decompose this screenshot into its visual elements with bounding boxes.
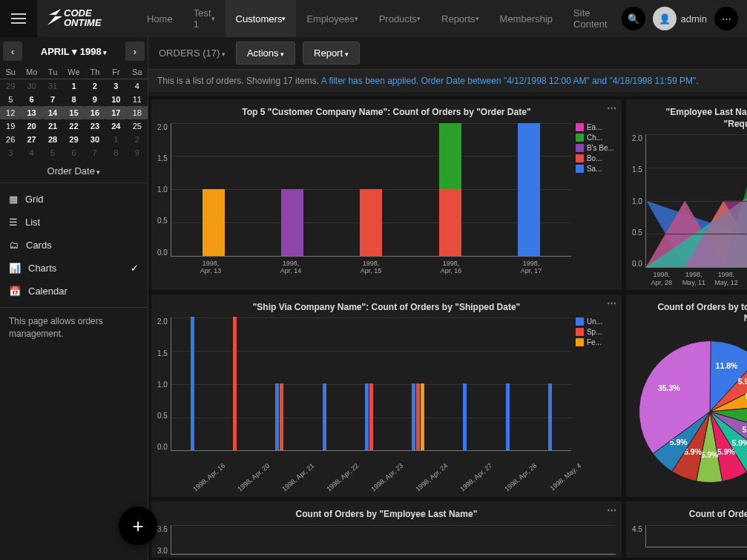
calendar-day[interactable]: 1 xyxy=(63,79,84,93)
bar[interactable] xyxy=(421,383,424,450)
legend-item[interactable]: Ch... xyxy=(576,134,616,142)
nav-item-home[interactable]: Home xyxy=(136,0,183,37)
more-button[interactable]: ⋯ xyxy=(714,7,738,30)
calendar-day[interactable]: 27 xyxy=(21,133,42,146)
calendar-day[interactable]: 16 xyxy=(85,106,105,119)
calendar-next-button[interactable]: › xyxy=(125,42,145,61)
calendar-day[interactable]: 4 xyxy=(127,79,148,93)
bar[interactable] xyxy=(280,383,283,450)
nav-item-employees[interactable]: Employees xyxy=(296,0,368,37)
calendar-day[interactable]: 23 xyxy=(85,119,105,133)
legend-item[interactable]: Un... xyxy=(576,317,616,326)
calendar-day[interactable]: 6 xyxy=(21,93,42,106)
bar[interactable] xyxy=(281,189,303,256)
calendar-day[interactable]: 11 xyxy=(127,93,148,106)
chart-menu-button[interactable]: ⋯ xyxy=(607,297,617,309)
fab-add-button[interactable]: + xyxy=(119,507,157,545)
view-item-list[interactable]: ☰List xyxy=(0,211,148,234)
bar[interactable] xyxy=(416,383,420,450)
bar[interactable] xyxy=(518,123,540,256)
actions-button[interactable]: Actions xyxy=(236,42,295,65)
calendar-day[interactable]: 13 xyxy=(21,106,42,119)
bar[interactable] xyxy=(233,317,237,450)
calendar-day[interactable]: 14 xyxy=(42,106,63,119)
bar[interactable] xyxy=(365,383,369,450)
calendar-day[interactable]: 25 xyxy=(127,119,148,133)
legend-item[interactable]: Fe... xyxy=(576,338,616,346)
hamburger-menu-button[interactable] xyxy=(0,0,37,37)
calendar-day[interactable]: 15 xyxy=(63,106,84,119)
calendar-day[interactable]: 17 xyxy=(105,106,126,119)
calendar-day[interactable]: 4 xyxy=(21,146,42,159)
view-item-cards[interactable]: 🗂Cards xyxy=(0,234,148,257)
calendar-day[interactable]: 10 xyxy=(105,93,126,106)
search-button[interactable]: 🔍 xyxy=(622,7,645,30)
calendar-day[interactable]: 9 xyxy=(127,146,148,159)
bar[interactable] xyxy=(323,383,326,450)
calendar-day[interactable]: 7 xyxy=(85,146,105,159)
calendar-day[interactable]: 3 xyxy=(0,146,21,159)
legend-item[interactable]: Ea... xyxy=(576,123,616,131)
calendar-day[interactable]: 18 xyxy=(127,106,148,119)
legend-item[interactable]: B's Be... xyxy=(576,144,616,152)
calendar-day[interactable]: 26 xyxy=(0,133,21,146)
bar[interactable] xyxy=(506,383,510,450)
calendar-day[interactable]: 6 xyxy=(63,146,84,159)
calendar-day[interactable]: 30 xyxy=(85,133,105,146)
calendar-day[interactable]: 20 xyxy=(21,119,42,133)
legend-item[interactable]: Sp... xyxy=(576,328,616,336)
calendar-day[interactable]: 29 xyxy=(63,133,84,146)
calendar-day[interactable]: 7 xyxy=(42,93,63,106)
bar[interactable] xyxy=(369,383,373,450)
chart-card-pie-customers: ⋯ Count of Orders by top 10 "Customer Co… xyxy=(626,294,747,497)
calendar-title[interactable]: APRIL ▾ 1998 xyxy=(41,46,107,57)
user-menu[interactable]: 👤 admin xyxy=(653,7,707,30)
bar[interactable] xyxy=(463,383,467,450)
legend-item[interactable]: Bo... xyxy=(576,154,616,162)
calendar-day[interactable]: 19 xyxy=(0,119,21,133)
calendar-day[interactable]: 3 xyxy=(105,79,126,93)
record-count-dropdown[interactable]: ORDERS (17) xyxy=(156,42,228,65)
calendar-day[interactable]: 5 xyxy=(42,146,63,159)
calendar-day[interactable]: 29 xyxy=(0,79,21,93)
legend-item[interactable]: Sa... xyxy=(576,165,616,173)
filter-link[interactable]: A filter has been applied. Order Date be… xyxy=(321,76,696,86)
bar[interactable] xyxy=(275,383,279,450)
pie-chart-svg: 11.8%5.9%5.9%5.9%5.9%5.9%5.9%5.9%5.9%5.9… xyxy=(632,334,747,490)
charts-icon: 📊 xyxy=(9,263,21,274)
calendar-day[interactable]: 12 xyxy=(0,106,21,119)
nav-item-test-1[interactable]: Test 1 xyxy=(183,0,226,37)
calendar-day[interactable]: 24 xyxy=(105,119,126,133)
nav-item-products[interactable]: Products xyxy=(369,0,431,37)
calendar-day[interactable]: 30 xyxy=(21,79,42,93)
calendar-filter-field[interactable]: Order Date xyxy=(0,159,148,183)
chart-menu-button[interactable]: ⋯ xyxy=(607,102,617,113)
calendar-day[interactable]: 9 xyxy=(85,93,105,106)
calendar-prev-button[interactable]: ‹ xyxy=(3,42,22,61)
calendar-day[interactable]: 8 xyxy=(63,93,84,106)
calendar-day[interactable]: 31 xyxy=(42,79,63,93)
nav-item-membership[interactable]: Membership xyxy=(490,0,564,37)
bar[interactable] xyxy=(191,317,194,450)
calendar-day[interactable]: 8 xyxy=(105,146,126,159)
view-item-calendar[interactable]: 📅Calendar xyxy=(0,280,148,303)
calendar-day[interactable]: 2 xyxy=(127,133,148,146)
calendar-day[interactable]: 28 xyxy=(42,133,63,146)
bar[interactable] xyxy=(360,189,382,256)
bar[interactable] xyxy=(203,189,225,256)
bar[interactable] xyxy=(439,123,461,256)
bar[interactable] xyxy=(412,383,415,450)
calendar-day[interactable]: 21 xyxy=(42,119,63,133)
bar[interactable] xyxy=(548,383,552,450)
view-item-charts[interactable]: 📊Charts✓ xyxy=(0,257,148,280)
nav-item-customers[interactable]: Customers xyxy=(226,0,297,37)
nav-item-reports[interactable]: Reports xyxy=(431,0,490,37)
nav-item-site-content[interactable]: Site Content xyxy=(563,0,622,37)
calendar-day[interactable]: 22 xyxy=(63,119,84,133)
view-item-grid[interactable]: ▦Grid xyxy=(0,188,148,211)
report-button[interactable]: Report xyxy=(303,42,360,65)
calendar-day[interactable]: 2 xyxy=(85,79,105,93)
chart-menu-button[interactable]: ⋯ xyxy=(607,504,617,515)
calendar-day[interactable]: 1 xyxy=(105,133,126,146)
calendar-day[interactable]: 5 xyxy=(0,93,21,106)
